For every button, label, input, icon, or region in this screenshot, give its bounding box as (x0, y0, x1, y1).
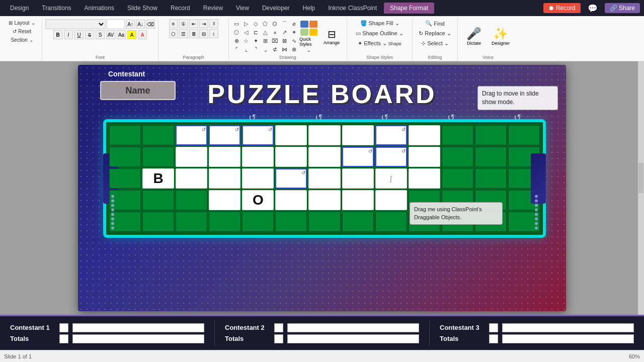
shape-cell-19[interactable]: ⌧ (270, 37, 279, 45)
font-size-decrease[interactable]: A↓ (136, 20, 145, 29)
qs-cell-1 (300, 21, 308, 28)
align-left[interactable]: ⬡ (169, 29, 178, 38)
bullets-button[interactable]: ≡ (169, 19, 178, 28)
columns-button[interactable]: ⫴ (209, 19, 218, 28)
shape-cell-3[interactable]: ◇ (251, 20, 260, 28)
designer-button[interactable]: ✨ Designer (488, 26, 514, 47)
shape-cell-28[interactable]: ⊗ (289, 46, 298, 54)
scrollbar-thumb[interactable] (638, 163, 643, 193)
reset-button[interactable]: ↺ Reset (11, 28, 33, 35)
rotate-handle-1-3[interactable]: ↺ (202, 127, 206, 132)
shape-cell-14[interactable]: ✶ (289, 29, 298, 37)
tab-transitions[interactable]: Transitions (36, 3, 77, 14)
chat-button[interactable]: 💬 (585, 3, 601, 14)
cell-2-9[interactable]: ↺ (375, 147, 407, 167)
quick-styles-button[interactable]: Quick Styles ⌄ (299, 19, 318, 54)
cell-3-6[interactable]: ↺ (275, 168, 307, 189)
justify[interactable]: ⊟ (199, 29, 208, 38)
layout-button[interactable]: ⊞ Layout ⌄ (7, 19, 37, 27)
bold-button[interactable]: B (53, 30, 62, 39)
highlight-button[interactable]: A (127, 30, 136, 39)
contestant-1-score-box[interactable] (59, 323, 68, 332)
vertical-scrollbar[interactable] (638, 61, 644, 315)
section-button[interactable]: Section ⌄ (9, 36, 35, 44)
shape-cell-1[interactable]: ▭ (232, 20, 241, 28)
shadow-button[interactable]: S (96, 30, 105, 39)
shape-cell-11[interactable]: △ (261, 29, 270, 37)
shape-cell-15[interactable]: ⊕ (232, 37, 241, 45)
shape-cell-5[interactable]: ⌬ (270, 20, 279, 28)
shape-cell-12[interactable]: ⌅ (270, 29, 279, 37)
change-case-button[interactable]: Aa (117, 30, 126, 39)
tab-review[interactable]: Review (197, 3, 229, 14)
replace-button[interactable]: ↻ Replace ⌄ (416, 29, 454, 38)
shape-cell-4[interactable]: ⬠ (261, 20, 270, 28)
contestant-2-score-box[interactable] (274, 323, 283, 332)
shape-cell-8[interactable]: ⬡ (232, 29, 241, 37)
font-size-increase[interactable]: A↑ (126, 20, 135, 29)
contestant-2-totals-box[interactable] (274, 334, 283, 343)
cell-1-5[interactable]: ↺ (242, 125, 274, 145)
shape-cell-27[interactable]: ⋈ (280, 46, 289, 54)
select-button[interactable]: ⊹ Select ⌄ (418, 39, 452, 48)
arrange-button[interactable]: ⊟ Arrange (319, 27, 344, 46)
cell-4-2 (142, 190, 174, 210)
shape-effects-button[interactable]: ✦ Effects ⌄ Shape (355, 39, 405, 48)
contestant-1-totals-box[interactable] (59, 334, 68, 343)
font-size-input[interactable]: 36 (107, 19, 125, 29)
shape-cell-16[interactable]: ☆ (242, 37, 251, 45)
strikethrough-button[interactable]: S̶ (85, 30, 94, 39)
italic-button[interactable]: I (64, 30, 73, 39)
cell-3-5 (242, 168, 274, 189)
shape-cell-22[interactable]: ⌜ (232, 46, 241, 54)
shape-cell-25[interactable]: ⌟ (261, 46, 270, 54)
decrease-indent[interactable]: ⇤ (189, 19, 198, 28)
tab-classpoint[interactable]: Inknoe ClassPoint (322, 3, 383, 14)
shape-cell-9[interactable]: ◁ (242, 29, 251, 37)
tab-developer[interactable]: Developer (256, 3, 296, 14)
shape-cell-18[interactable]: ⊞ (261, 37, 270, 45)
cell-2-8[interactable]: ↺ (342, 147, 374, 167)
shape-cell-13[interactable]: ↗ (280, 29, 289, 37)
dictate-button[interactable]: 🎤 Dictate (462, 26, 486, 47)
shape-cell-2[interactable]: ▷ (242, 20, 251, 28)
shape-cell-20[interactable]: ⊠ (280, 37, 289, 45)
font-color-button[interactable]: A (138, 30, 147, 39)
find-button[interactable]: 🔍 Find (422, 19, 447, 28)
char-spacing-button[interactable]: AV (106, 30, 115, 39)
clear-formatting-button[interactable]: ⌫ (146, 20, 155, 29)
shape-cell-6[interactable]: ⌒ (280, 20, 289, 28)
increase-indent[interactable]: ⇥ (199, 19, 208, 28)
tab-help[interactable]: Help (297, 3, 321, 14)
underline-button[interactable]: U (74, 30, 84, 39)
cell-1-4[interactable]: ↺ (209, 125, 240, 145)
numbering-button[interactable]: ① (179, 19, 188, 28)
shape-cell-24[interactable]: ⌝ (251, 46, 260, 54)
cell-1-9[interactable]: ↺ (375, 125, 407, 145)
contestant-3-score-box[interactable] (489, 323, 498, 332)
tab-design[interactable]: Design (4, 3, 35, 14)
shape-cell-21[interactable]: ∿ (289, 37, 298, 45)
tab-animations[interactable]: Animations (78, 3, 120, 14)
tab-slideshow[interactable]: Slide Show (121, 3, 164, 14)
font-family-select[interactable] (45, 19, 106, 29)
shape-cell-17[interactable]: ✦ (251, 37, 260, 45)
shape-fill-button[interactable]: 🪣 Shape Fill ⌄ (357, 19, 403, 28)
tab-shape-format[interactable]: Shape Format (384, 3, 434, 14)
cell-5-7 (308, 212, 340, 232)
tab-record[interactable]: Record (165, 3, 196, 14)
shape-outline-button[interactable]: ▭ Shape Outline ⌄ (353, 29, 407, 38)
tab-view[interactable]: View (230, 3, 255, 14)
share-button[interactable]: 🔗 Share (605, 3, 640, 13)
shape-cell-10[interactable]: ⊏ (251, 29, 260, 37)
cell-1-3[interactable]: ↺ (176, 125, 207, 145)
contestant-3-totals-box[interactable] (489, 334, 498, 343)
align-center[interactable]: ☰ (179, 29, 188, 38)
shape-cell-23[interactable]: ⌞ (242, 46, 251, 54)
line-spacing[interactable]: ↕ (209, 29, 218, 38)
slide-area[interactable]: Contestant Name PUZZLE BOARD Drag to mov… (0, 61, 644, 315)
align-right[interactable]: ≣ (189, 29, 198, 38)
record-button[interactable]: ⏺ Record (543, 3, 581, 13)
shape-cell-7[interactable]: ⌀ (289, 20, 298, 28)
shape-cell-26[interactable]: ⊄ (270, 46, 279, 54)
